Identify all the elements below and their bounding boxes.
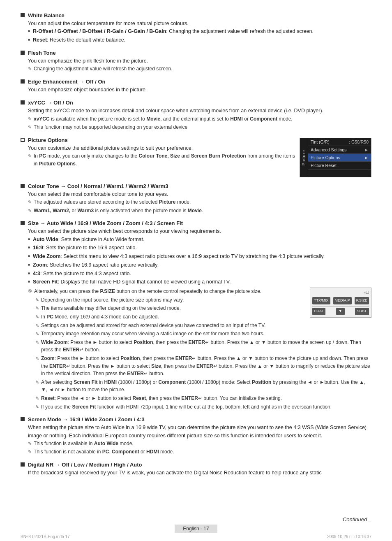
- note-line: ✎ The adjusted values are stored accordi…: [28, 198, 371, 206]
- bullet-icon: [21, 13, 25, 17]
- picture-options-widget: Picture Tint (G/R) : G50/R50 Advanced Se…: [300, 138, 371, 177]
- bullet-icon: [21, 100, 25, 104]
- note-line: ✎ xvYCC is available when the picture mo…: [28, 115, 371, 123]
- section-edge-enhancement: Edge Enhancement → Off / On You can emph…: [21, 79, 371, 94]
- remote-btn-dual: DUAL: [312, 308, 325, 315]
- page-number: English - 17: [175, 525, 217, 533]
- dot-icon: [28, 39, 30, 41]
- note-icon: ✎: [28, 153, 32, 160]
- continued-label: Continued _: [343, 516, 371, 522]
- bullet-item: Auto Wide: Sets the picture in Auto Wide…: [28, 236, 371, 244]
- bullet-item: Wide Zoom: Select this menu to view 4:3 …: [28, 253, 371, 260]
- note-icon: ✎: [28, 65, 32, 72]
- note-icon: ✎: [28, 199, 32, 206]
- page-footer: English - 17: [0, 525, 392, 533]
- section-picture-options: Picture Options You can customize the ad…: [21, 137, 371, 177]
- section-title: Digital NR → Off / Low / Medium / High /…: [28, 462, 142, 468]
- section-body-text: You can emphasize the pink flesh tone in…: [28, 57, 371, 65]
- section-title: White Balance: [28, 12, 65, 19]
- bullet-icon: [21, 51, 25, 55]
- note-icon: ✎: [35, 313, 39, 320]
- section-body-text: You can select the most comfortable colo…: [28, 190, 371, 198]
- bullet-item: 16:9: Sets the picture to the 16:9 aspec…: [28, 244, 371, 252]
- widget-row-picture-reset: Picture Reset: [308, 162, 371, 169]
- note-line: ✎ Depending on the input source, the pic…: [35, 296, 306, 304]
- remote-bottom-row: DUAL ▼ SUBT.: [312, 308, 369, 315]
- widget-header-row: Tint (G/R) : G50/R50: [308, 138, 371, 146]
- dot-icon: [28, 264, 30, 266]
- section-title: Screen Mode → 16:9 / Wide Zoom / Zoom / …: [28, 416, 145, 423]
- dot-icon: [28, 246, 30, 248]
- note-line: ✎ Changing the adjustment value will ref…: [28, 65, 371, 73]
- section-body-text: You can select the picture size which be…: [28, 228, 371, 235]
- note-icon: ✎: [28, 116, 32, 123]
- note-icon: ✎: [28, 440, 32, 447]
- section-title: Edge Enhancement → Off / On: [28, 79, 106, 85]
- dot-icon: [28, 30, 30, 32]
- dot-icon: [28, 272, 30, 274]
- bullet-item: Reset: Resets the default white balance.: [28, 36, 371, 44]
- note-line: ✎ This function is available in Auto Wid…: [28, 440, 371, 448]
- dot-icon: [28, 238, 30, 240]
- section-xvycc: xvYCC → Off / On Setting the xvYCC mode …: [21, 100, 371, 131]
- remote-btn-arrow: ▼: [336, 308, 345, 315]
- bullet-icon: [21, 221, 25, 225]
- widget-sidebar-label: Picture: [302, 150, 306, 165]
- page: White Balance You can adjust the colour …: [0, 0, 392, 541]
- section-title: xvYCC → Off / On: [28, 100, 73, 106]
- bullet-icon: [21, 79, 25, 84]
- note-icon: ✎: [35, 330, 39, 337]
- note-icon: ✎: [35, 404, 39, 411]
- note-icon: ✎: [35, 395, 39, 402]
- bullet-item: 4:3: Sets the picture to the 4:3 aspect …: [28, 270, 371, 278]
- section-size: Size → Auto Wide / 16:9 / Wide Zoom / Zo…: [21, 220, 371, 411]
- note-line: ✎ Warm1, Warm2, or Warm3 is only activat…: [28, 207, 371, 215]
- doc-info-right: 2009-10-26 □□ 10:16:37: [327, 534, 371, 539]
- bullet-icon: [21, 417, 25, 421]
- remote-top-row: TTX/MIX MEDIA.P P.SIZE: [312, 297, 369, 304]
- section-title: Size → Auto Wide / 16:9 / Wide Zoom / Zo…: [28, 220, 183, 226]
- section-flesh-tone: Flesh Tone You can emphasize the pink fl…: [21, 50, 371, 73]
- outline-bullet-icon: [21, 138, 25, 142]
- section-title: Colour Tone → Cool / Normal / Warm1 / Wa…: [28, 183, 168, 189]
- doc-info-left: BN68-02331B-Eng.indb 17: [21, 534, 70, 539]
- remote-btn-psize: P.SIZE: [355, 297, 369, 304]
- note-line: ✎ Temporary image retention may occur wh…: [35, 330, 371, 338]
- dot-icon: [28, 255, 30, 257]
- section-title: Flesh Tone: [28, 50, 56, 56]
- section-body-text: When setting the picture size to Auto Wi…: [28, 424, 371, 440]
- note-icon: ✎: [35, 339, 39, 346]
- note-line: ✎ Zoom: Press the ► button to select Pos…: [35, 355, 371, 378]
- note-line: ✎ If you use the Screen Fit function wit…: [35, 403, 371, 411]
- section-white-balance: White Balance You can adjust the colour …: [21, 12, 371, 44]
- remote-note: ⑤ Alternately, you can press the P.SIZE …: [28, 288, 306, 295]
- widget-row-picture-options: Picture Options ►: [308, 154, 371, 162]
- remote-btn-subt: SUBT.: [355, 308, 369, 315]
- note-line: ✎ Wide Zoom: Press the ► button to selec…: [35, 339, 371, 354]
- section-body-text: You can adjust the colour temperature fo…: [28, 20, 371, 28]
- bullet-item: Zoom: Stretches the 16:9 aspect ratio pi…: [28, 261, 371, 269]
- note-icon: ✎: [28, 124, 32, 131]
- section-screen-mode: Screen Mode → 16:9 / Wide Zoom / Zoom / …: [21, 416, 371, 456]
- note-line: ✎ Reset: Press the ◄ or ► button to sele…: [35, 395, 371, 402]
- note-line: ✎ After selecting Screen Fit in HDMI (10…: [35, 378, 371, 394]
- section-title: Picture Options: [28, 137, 68, 143]
- note-icon: ✎: [35, 379, 39, 386]
- section-digital-nr: Digital NR → Off / Low / Medium / High /…: [21, 462, 371, 477]
- section-body-text: If the broadcast signal received by your…: [28, 469, 371, 477]
- note-line: ✎ The items available may differ dependi…: [35, 304, 306, 312]
- section-colour-tone: Colour Tone → Cool / Normal / Warm1 / Wa…: [21, 183, 371, 215]
- widget-row-advanced: Advanced Settings ►: [308, 146, 371, 154]
- remote-btn-ttxmix: TTX/MIX: [312, 297, 330, 304]
- note-icon: ✎: [28, 448, 32, 455]
- note-line: ✎ In PC mode, you can only make changes …: [28, 152, 295, 167]
- dot-icon: [28, 281, 30, 283]
- bullet-item: Screen Fit: Displays the full native HD …: [28, 278, 371, 286]
- note-icon: ✎: [35, 305, 39, 312]
- note-line: ✎ In PC Mode, only 16:9 and 4:3 mode can…: [35, 313, 306, 321]
- note-icon: ✎: [28, 207, 32, 214]
- section-body-text: You can customize the additional picture…: [28, 144, 295, 152]
- remote-btn-mediap: MEDIA.P: [333, 297, 352, 304]
- section-body-text: Setting the xvYCC mode to on increases d…: [28, 107, 371, 115]
- note-line: ✎ Settings can be adjusted and stored fo…: [35, 322, 306, 330]
